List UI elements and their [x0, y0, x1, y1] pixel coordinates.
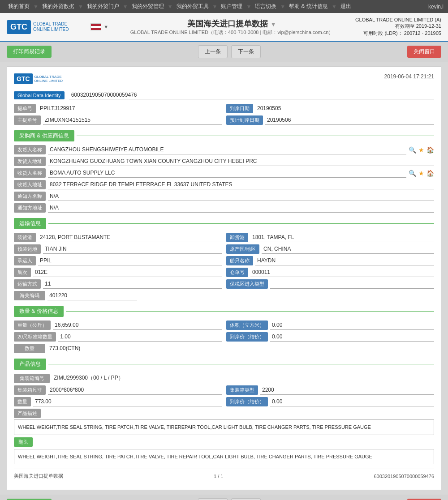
nav-tools[interactable]: 我的外贸工具 — [173, 0, 212, 13]
container-type-value: 2200 — [260, 386, 434, 395]
pre-transport-value: TIAN JIN — [43, 245, 222, 254]
doc-footer-source: 美国海关进口提单数据 — [14, 473, 63, 479]
consignee-addr-label: 收货人地址 — [14, 180, 46, 189]
nav-language[interactable]: 语言切换 — [251, 0, 280, 13]
pre-transport-label: 预装运地 — [14, 244, 41, 254]
arrival-date-pair: 到岸日期 20190505 — [226, 104, 434, 113]
product-qty-label: 数量 — [14, 397, 31, 406]
product-title: 产品信息 — [14, 359, 46, 370]
voyage-pair: 航次 012E — [14, 268, 222, 277]
doc-logo-box: GTC — [14, 73, 33, 84]
prev-button-top[interactable]: 上一条 — [198, 45, 228, 58]
nav-logout[interactable]: 退出 — [337, 0, 355, 13]
transport-section-header: 运输信息 — [14, 218, 434, 229]
logo: GTC GLOBAL TRADEONLINE LIMITED — [7, 20, 69, 34]
gdi-row: Global Data Identity 6003201905070000059… — [14, 91, 434, 99]
containers-20-label: 20尺标准箱数量 — [14, 332, 56, 342]
header-subtitle: GLOBAL TRADE ONLINE LIMITED（电话：400-710-3… — [130, 29, 334, 36]
logo-box: GTC — [7, 20, 31, 34]
containers-row: 20尺标准箱数量 1.00 到岸价（结价） 0.00 — [14, 332, 434, 342]
product-arrival-price-pair: 到岸价（结价） 0.00 — [226, 397, 434, 406]
notify-addr-value: N/A — [48, 204, 434, 213]
nav-account[interactable]: 账户管理 — [217, 0, 246, 13]
volume-label: 体积（立方米） — [226, 321, 268, 330]
notify-name-value: N/A — [48, 192, 434, 201]
expiry: 有效期至 2019-12-31 — [355, 23, 441, 30]
star-icon-consignee[interactable]: ★ — [418, 170, 424, 177]
carrier-row: 承运人 PPIL 船只名称 HAYDN — [14, 256, 434, 265]
bonded-value — [270, 280, 434, 289]
product-qty-value: 773.00 — [33, 397, 222, 406]
home-icon-consignee[interactable]: 🏠 — [426, 170, 434, 177]
containers-20-pair: 20尺标准箱数量 1.00 — [14, 332, 222, 342]
container-no-row: 集装箱编号 ZIMU2999300（00 / L / PP） — [14, 373, 434, 383]
transport-mode-label: 运输方式 — [14, 279, 41, 289]
shipper-name-label: 发货人名称 — [14, 145, 46, 154]
nav-portal[interactable]: 我的外贸门户 — [83, 0, 123, 13]
home-icon-shipper[interactable]: 🏠 — [426, 146, 434, 154]
translate-button[interactable]: 翻头 — [14, 437, 33, 447]
doc-footer-record-id: 6003201905070000059476 — [374, 474, 434, 479]
product-desc-label: 产品描述 — [14, 409, 41, 418]
arrival-date-value: 20190505 — [255, 104, 434, 113]
customs-code-value: 401220 — [47, 291, 137, 300]
nav-home[interactable]: 我的首页 — [4, 0, 33, 13]
search-icon-consignee[interactable]: 🔍 — [409, 170, 416, 177]
manifest-pair: 仓单号 000011 — [226, 268, 434, 277]
discharge-port-label: 卸货港 — [226, 233, 248, 242]
quantity-section-header: 数量 & 价格信息 — [14, 306, 434, 317]
gdi-value: 6003201905070000059476 — [69, 91, 434, 99]
print-button-top[interactable]: 打印简易记录 — [7, 46, 52, 58]
container-size-label: 集装箱尺寸 — [14, 385, 46, 395]
nav-user: kevin.l — [428, 4, 444, 10]
master-bill-row: 主提单号 ZIMUXNG4151515 预计到岸日期 20190506 — [14, 115, 434, 125]
doc-date: 2019-06-04 17:21:21 — [384, 73, 434, 80]
containers-20-value: 1.00 — [58, 333, 222, 342]
consignee-addr-value: 8032 TERRACE RIDGE DR TEMPLETERRACE FL 3… — [48, 180, 434, 189]
voyage-label: 航次 — [14, 268, 31, 277]
gdi-label: Global Data Identity — [14, 91, 65, 99]
customs-code-row: 海关编码 401220 — [14, 291, 434, 300]
load-port-value: 24128, PORT BUSTAMANTE — [38, 233, 222, 242]
container-no-label: 集装箱编号 — [14, 374, 50, 383]
next-button-bottom[interactable]: 下一条 — [231, 498, 261, 500]
transport-title: 运输信息 — [14, 218, 46, 229]
weight-value: 16,659.00 — [53, 321, 222, 330]
nav-management[interactable]: 我的外贸管理 — [128, 0, 168, 13]
container-size-value: 2000*806*800 — [48, 386, 222, 395]
pre-transport-pair: 预装运地 TIAN JIN — [14, 244, 222, 254]
nav-help[interactable]: 帮助 & 统计信息 — [285, 0, 332, 13]
notify-name-row: 通知方名称 N/A — [14, 192, 434, 201]
est-arrival-label: 预计到岸日期 — [226, 115, 263, 125]
quantity-title: 数量 & 价格信息 — [14, 306, 64, 317]
next-button-top[interactable]: 下一条 — [231, 45, 261, 58]
bill-row: 提单号 PPILTJ129917 到岸日期 20190505 — [14, 104, 434, 113]
load-port-pair: 装货港 24128, PORT BUSTAMANTE — [14, 233, 222, 242]
supplier-title: 采购商 & 供应商信息 — [14, 130, 74, 141]
carrier-value: PPIL — [38, 256, 222, 265]
shipper-name-row: 发货人名称 CANGZHOU SHENGSHIWEIYE AUTOMOBILE … — [14, 145, 434, 154]
quantity-value: 773.00(CTN) — [47, 344, 137, 353]
star-icon-shipper[interactable]: ★ — [418, 146, 424, 154]
nav-trade-data[interactable]: 我的外贸数据 — [39, 0, 78, 13]
carrier-pair: 承运人 PPIL — [14, 256, 222, 265]
content-area: GTC GLOBAL TRADEONLINE LIMITED 2019-06-0… — [0, 62, 448, 495]
search-icon-shipper[interactable]: 🔍 — [409, 146, 416, 154]
arrival-price-label: 到岸价（结价） — [226, 332, 268, 342]
discharge-port-pair: 卸货港 1801, TAMPA, FL — [226, 233, 434, 242]
port-row: 装货港 24128, PORT BUSTAMANTE 卸货港 1801, TAM… — [14, 233, 434, 242]
nav-bar: 我的首页 ▼ 我的外贸数据 ▼ 我的外贸门户 ▼ 我的外贸管理 ▼ 我的外贸工具… — [0, 0, 448, 13]
notify-addr-row: 通知方地址 N/A — [14, 203, 434, 213]
volume-pair: 体积（立方米） 0.00 — [226, 321, 434, 330]
prev-button-bottom[interactable]: 上一条 — [198, 498, 228, 500]
doc-footer: 美国海关进口提单数据 1 / 1 6003201905070000059476 — [14, 469, 434, 483]
bonded-pair: 保税区进入类型 — [226, 279, 434, 289]
vessel-label: 船只名称 — [226, 256, 253, 265]
notify-name-label: 通知方名称 — [14, 192, 46, 201]
close-button-top[interactable]: 关闭窗口 — [407, 46, 441, 58]
shipper-addr-value: KONGZHUANG GUOZHUANG TOWN XIAN COUNTY CA… — [48, 157, 434, 166]
doc-logo-text: GLOBAL TRADEONLINE LIMITED — [34, 75, 63, 83]
flag-dropdown[interactable]: ▼ — [103, 24, 108, 30]
supplier-line — [77, 136, 434, 136]
product-qty-row: 数量 773.00 到岸价（结价） 0.00 — [14, 397, 434, 406]
